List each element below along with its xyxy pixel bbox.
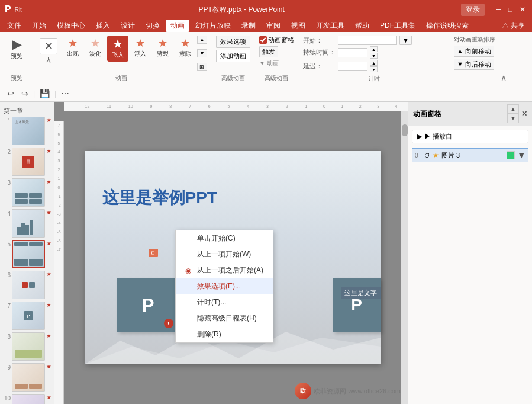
add-animation-btn[interactable]: 添加动画 xyxy=(216,50,250,62)
delay-input[interactable]: 00.00 xyxy=(338,62,367,71)
anim-pane-checkbox[interactable] xyxy=(259,36,267,44)
slide-img-7: P xyxy=(12,302,45,330)
ribbon-animation-group: ✕ 无 ★ 出现 ★ 淡化 ★ 飞入 ★ 浮入 ★ 劈裂 xyxy=(33,34,211,85)
forward-btn[interactable]: ▲ 向前移动 xyxy=(454,46,494,57)
menu-template[interactable]: 模板中心 xyxy=(52,20,90,32)
slide-img-10: ──────────────────────── xyxy=(12,394,45,404)
canvas-area[interactable]: 这里是举例PPT 0 P ! P 这里是文字 xyxy=(64,111,401,404)
slide-thumb-7[interactable]: 7 P ★ xyxy=(2,302,51,330)
menu-search[interactable]: 操作说明搜索 xyxy=(421,20,473,32)
delay-down[interactable]: ▼ xyxy=(370,66,378,72)
slide-thumb-5[interactable]: 5 ★ xyxy=(2,240,51,268)
trigger-btn[interactable]: 触发 xyxy=(259,46,278,57)
ctx-item-effects[interactable]: 效果选项(E)... xyxy=(176,278,273,294)
menu-record[interactable]: 录制 xyxy=(237,20,260,32)
play-button[interactable]: ▶ ▶ 播放自 xyxy=(412,130,528,143)
anim-none-btn[interactable]: ✕ 无 xyxy=(36,36,61,66)
effects-options-btn[interactable]: 效果选项 xyxy=(216,36,250,48)
slide-thumb-6[interactable]: 6 ★ xyxy=(2,271,51,299)
menu-transition[interactable]: 切换 xyxy=(141,20,165,32)
menu-view[interactable]: 视图 xyxy=(286,20,310,32)
slide-thumb-3[interactable]: 3 ★ xyxy=(2,178,51,207)
star-6: ★ xyxy=(46,271,51,277)
anim-fade-btn[interactable]: ★ 淡化 xyxy=(85,36,106,60)
start-input[interactable]: 上一动画之后 xyxy=(338,36,397,45)
delay-up[interactable]: ▲ xyxy=(370,60,378,66)
duration-down[interactable]: ▼ xyxy=(370,53,378,59)
menu-insert[interactable]: 插入 xyxy=(91,20,115,32)
watermark-text: 欧菲资源网 xyxy=(314,387,346,396)
menu-slideshow[interactable]: 幻灯片放映 xyxy=(191,20,236,32)
ribbon-collapse-btn[interactable]: ∧ xyxy=(501,34,530,85)
menu-review[interactable]: 审阅 xyxy=(262,20,285,32)
anim-item[interactable]: 0 ⏱ ★ 图片 3 ▼ xyxy=(412,148,528,162)
menu-animation[interactable]: 动画 xyxy=(166,20,189,32)
menu-pdf[interactable]: PDF工具集 xyxy=(375,20,420,32)
panel-up-btn[interactable]: ▲ xyxy=(507,104,519,114)
section-label: 第一章 xyxy=(2,104,51,117)
window-controls: ─ □ ✕ xyxy=(494,5,527,14)
ctx-item-click[interactable]: 单击开始(C) xyxy=(176,230,273,246)
slide-thumb-1[interactable]: 1 山水风景 ★ xyxy=(2,117,51,145)
panel-down-btn[interactable]: ▼ xyxy=(507,114,519,123)
slide-thumb-2[interactable]: 2 目 ★ xyxy=(2,148,51,176)
scrollbar-thumb[interactable] xyxy=(402,124,408,136)
ctx-item-after-prev[interactable]: ◉ 从上一项之后开始(A) xyxy=(176,262,273,278)
anim-dropdown-btn[interactable]: ▼ xyxy=(517,150,525,160)
vertical-scrollbar[interactable] xyxy=(401,111,408,404)
menu-help[interactable]: 帮助 xyxy=(350,20,374,32)
ctx-item-hide-advanced[interactable]: 隐藏高级日程表(H) xyxy=(176,310,273,326)
ctx-item-timing[interactable]: 计时(T)... xyxy=(176,294,273,310)
duration-input[interactable]: 00.75 xyxy=(338,48,367,57)
ruler-horizontal: -12-11-10-9-8-7-6-5-4-3-2-101234 xyxy=(64,102,408,111)
login-button[interactable]: 登录 xyxy=(461,4,485,16)
menu-file[interactable]: 文件 xyxy=(2,20,26,32)
qa-save-btn[interactable]: 💾 xyxy=(37,88,52,100)
ribbon: ▶ 预览 预览 ✕ 无 ★ 出现 ★ 淡化 ★ 飞入 xyxy=(0,32,532,85)
menu-start[interactable]: 开始 xyxy=(27,20,51,32)
slide-thumb-8[interactable]: 8 ★ xyxy=(2,332,51,361)
ctx-item-delete[interactable]: 删除(R) xyxy=(176,326,273,342)
scroll-down-btn[interactable]: ▼ xyxy=(197,49,207,57)
undo-btn[interactable]: ↩ xyxy=(5,88,17,100)
share-button[interactable]: △ 共享 xyxy=(497,20,530,32)
close-button[interactable]: ✕ xyxy=(518,5,527,14)
play-label: ▶ 播放自 xyxy=(424,132,452,141)
menu-design[interactable]: 设计 xyxy=(116,20,140,32)
slide-thumb-9[interactable]: 9 ★ xyxy=(2,363,51,392)
scroll-up-btn[interactable]: ▲ xyxy=(197,36,207,44)
slide-img-6 xyxy=(12,271,45,299)
slide-thumb-4[interactable]: 4 ★ xyxy=(2,209,51,238)
anim-split-btn[interactable]: ★ 劈裂 xyxy=(152,36,173,60)
redo-btn[interactable]: ↪ xyxy=(19,88,31,100)
ctx-item-with-prev[interactable]: 从上一项开始(W) xyxy=(176,246,273,262)
slide-thumb-10[interactable]: 10 ──────────────────────── ★ xyxy=(2,394,51,404)
anim-fly-btn[interactable]: ★ 飞入 xyxy=(107,36,128,62)
anim-appear-btn[interactable]: ★ 出现 xyxy=(62,36,83,60)
anim-appear-icon: ★ xyxy=(68,38,78,49)
ribbon-pane-group: 动画窗格 触发 ▼ 动画 高级动画 xyxy=(256,34,298,85)
ppt-icon-left: P ! xyxy=(117,278,179,332)
rit-label: Rit xyxy=(15,7,22,13)
animation-panel-title: 动画窗格 xyxy=(413,109,441,119)
window-title: PPT教程.pptx - PowerPoint xyxy=(22,5,461,15)
minimize-button[interactable]: ─ xyxy=(494,5,503,14)
qa-more[interactable]: ⋯ xyxy=(59,88,72,100)
backward-btn[interactable]: ▼ 向后移动 xyxy=(454,59,494,70)
maximize-button[interactable]: □ xyxy=(507,5,514,14)
expand-anim-btn[interactable]: ⊞ xyxy=(197,63,207,71)
watermark-logo: 欧 xyxy=(295,383,311,399)
duration-row: 持续时间： 00.75 ▲ ▼ xyxy=(303,46,378,59)
watermark-url: www.office26.com xyxy=(349,387,401,395)
ribbon-preview-group: ▶ 预览 预览 xyxy=(2,34,31,85)
anim-wipe-btn[interactable]: ★ 擦除 xyxy=(175,36,196,60)
preview-button[interactable]: ▶ 预览 xyxy=(6,36,27,63)
start-dropdown[interactable]: ▼ xyxy=(399,36,412,45)
anim-float-btn[interactable]: ★ 浮入 xyxy=(130,36,151,60)
quick-access-bar: ↩ ↪ | 💾 | ⋯ xyxy=(0,85,532,102)
panel-close-icon[interactable]: ✕ xyxy=(521,110,527,118)
slide-img-8 xyxy=(12,332,45,361)
menu-developer[interactable]: 开发工具 xyxy=(311,20,349,32)
duration-up[interactable]: ▲ xyxy=(370,46,378,52)
slide-img-4 xyxy=(12,209,45,238)
